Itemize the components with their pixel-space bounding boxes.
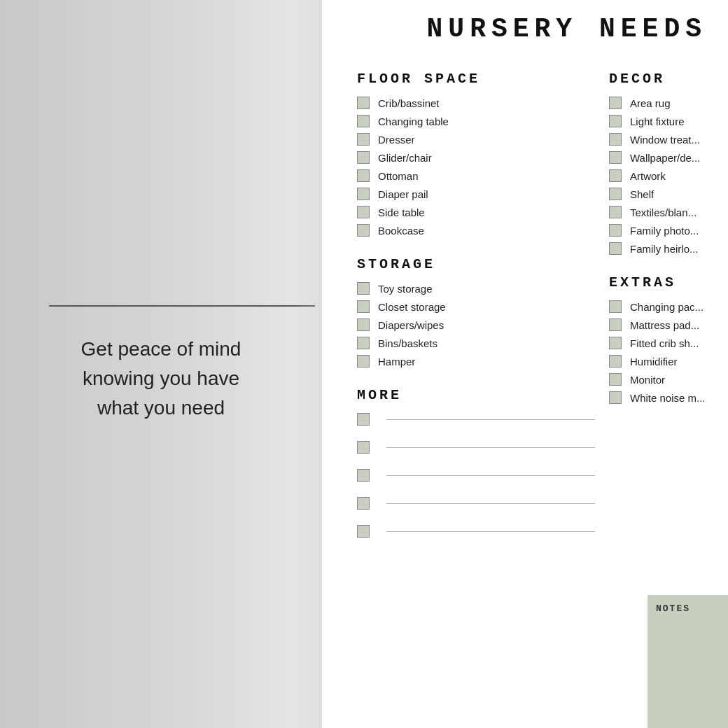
list-item[interactable]: Wallpaper/de... (609, 151, 728, 164)
checkbox[interactable] (609, 337, 622, 349)
extras-list: Changing pac... Mattress pad... Fitted c… (609, 300, 728, 404)
list-item[interactable]: Hamper (357, 355, 595, 368)
item-label: Shelf (630, 188, 654, 200)
checkbox[interactable] (357, 169, 370, 182)
more-line-item (357, 469, 595, 482)
checkbox[interactable] (357, 188, 370, 200)
list-item[interactable]: Glider/chair (357, 151, 595, 164)
blank-line (386, 475, 595, 476)
list-item[interactable]: Textiles/blan... (609, 206, 728, 218)
checkbox[interactable] (609, 242, 622, 255)
checkbox[interactable] (609, 373, 622, 386)
checkbox[interactable] (357, 355, 370, 368)
list-item[interactable]: Bookcase (357, 224, 595, 237)
checkbox[interactable] (609, 206, 622, 218)
list-item[interactable]: Area rug (609, 97, 728, 109)
list-item[interactable]: Family heirlo... (609, 242, 728, 255)
list-item[interactable]: White noise m... (609, 391, 728, 404)
list-item[interactable]: Toy storage (357, 282, 595, 295)
item-label: Artwork (630, 170, 666, 182)
list-item[interactable]: Bins/baskets (357, 337, 595, 349)
item-label: Diapers/wipes (378, 319, 444, 331)
checkbox[interactable] (357, 318, 370, 331)
checkbox[interactable] (609, 151, 622, 164)
checkbox[interactable] (357, 469, 370, 482)
checkbox[interactable] (609, 188, 622, 200)
list-item[interactable]: Monitor (609, 373, 728, 386)
list-item[interactable]: Ottoman (357, 169, 595, 182)
decor-list: Area rug Light fixture Window treat... W… (609, 97, 728, 255)
list-item[interactable]: Diaper pail (357, 188, 595, 200)
list-item[interactable]: Light fixture (609, 115, 728, 127)
item-label: Bins/baskets (378, 337, 438, 349)
checkbox[interactable] (357, 224, 370, 237)
checkbox[interactable] (357, 282, 370, 295)
checkbox[interactable] (609, 355, 622, 368)
list-item[interactable]: Humidifier (609, 355, 728, 368)
decor-title: DECOR (609, 71, 728, 87)
list-item[interactable]: Shelf (609, 188, 728, 200)
item-label: Changing pac... (630, 301, 704, 313)
more-line-item (357, 441, 595, 454)
list-item[interactable]: Changing pac... (609, 300, 728, 313)
checkbox[interactable] (609, 115, 622, 127)
list-item[interactable]: Changing table (357, 115, 595, 127)
checkbox[interactable] (357, 300, 370, 313)
list-item[interactable]: Crib/bassinet (357, 97, 595, 109)
checkbox[interactable] (357, 441, 370, 454)
item-label: Family heirlo... (630, 243, 699, 255)
more-line-item (357, 497, 595, 510)
tagline: Get peace of mind knowing you have what … (63, 335, 259, 423)
item-label: Textiles/blan... (630, 206, 696, 218)
item-label: Wallpaper/de... (630, 152, 700, 164)
item-label: Diaper pail (378, 188, 428, 200)
item-label: Toy storage (378, 283, 433, 295)
item-label: Bookcase (378, 225, 424, 237)
checkbox[interactable] (357, 206, 370, 218)
checkbox[interactable] (609, 391, 622, 404)
list-item[interactable]: Fitted crib sh... (609, 337, 728, 349)
checkbox[interactable] (609, 133, 622, 146)
checkbox[interactable] (609, 224, 622, 237)
item-label: Crib/bassinet (378, 97, 440, 109)
floor-space-list: Crib/bassinet Changing table Dresser Gli… (357, 97, 595, 237)
list-item[interactable]: Window treat... (609, 133, 728, 146)
list-item[interactable]: Diapers/wipes (357, 318, 595, 331)
right-column: DECOR Area rug Light fixture Window trea… (595, 65, 728, 553)
blank-line (386, 503, 595, 504)
extras-title: EXTRAS (609, 274, 728, 290)
decor-section: DECOR Area rug Light fixture Window trea… (609, 71, 728, 255)
checkbox[interactable] (357, 337, 370, 349)
checkbox[interactable] (357, 497, 370, 510)
list-item[interactable]: Mattress pad... (609, 318, 728, 331)
item-label: Humidifier (630, 356, 678, 368)
more-title: MORE (357, 387, 595, 403)
list-item[interactable]: Side table (357, 206, 595, 218)
checkbox[interactable] (609, 300, 622, 313)
item-label: Glider/chair (378, 152, 432, 164)
extras-section: EXTRAS Changing pac... Mattress pad... F… (609, 274, 728, 404)
checkbox[interactable] (609, 318, 622, 331)
item-label: White noise m... (630, 392, 706, 404)
checkbox[interactable] (357, 525, 370, 538)
list-item[interactable]: Closet storage (357, 300, 595, 313)
item-label: Ottoman (378, 170, 419, 182)
storage-section: STORAGE Toy storage Closet storage Diape… (357, 256, 595, 368)
checkbox[interactable] (357, 97, 370, 109)
list-item[interactable]: Family photo... (609, 224, 728, 237)
checkbox[interactable] (609, 169, 622, 182)
item-label: Fitted crib sh... (630, 337, 699, 349)
item-label: Dresser (378, 134, 415, 146)
list-item[interactable]: Dresser (357, 133, 595, 146)
item-label: Area rug (630, 97, 671, 109)
checkbox[interactable] (357, 413, 370, 426)
checkbox[interactable] (609, 97, 622, 109)
checkbox[interactable] (357, 115, 370, 127)
storage-title: STORAGE (357, 256, 595, 272)
content-area: FLOOR SPACE Crib/bassinet Changing table… (322, 65, 728, 553)
checkbox[interactable] (357, 151, 370, 164)
right-panel: NURSERY NEEDS FLOOR SPACE Crib/bassinet … (322, 0, 728, 728)
list-item[interactable]: Artwork (609, 169, 728, 182)
left-column: FLOOR SPACE Crib/bassinet Changing table… (357, 65, 595, 553)
checkbox[interactable] (357, 133, 370, 146)
